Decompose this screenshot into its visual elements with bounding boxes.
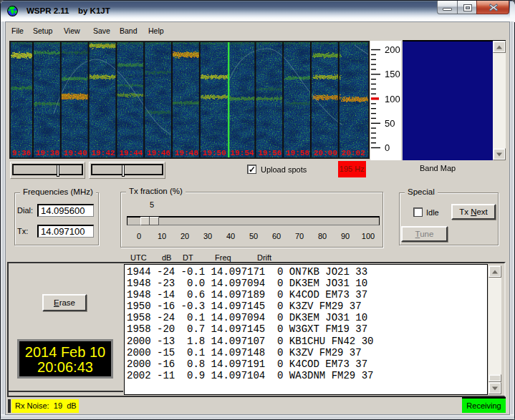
svg-text:19:40: 19:40 xyxy=(64,149,87,157)
svg-text:20:02: 20:02 xyxy=(342,149,365,157)
svg-text:9:36: 9:36 xyxy=(12,149,31,157)
svg-text:200: 200 xyxy=(385,44,400,55)
svg-text:150: 150 xyxy=(385,69,400,79)
svg-text:19:44: 19:44 xyxy=(119,149,143,157)
svg-text:19:38: 19:38 xyxy=(36,149,59,157)
svg-text:19:42: 19:42 xyxy=(92,149,115,157)
svg-text:19:46: 19:46 xyxy=(147,149,170,157)
svg-text:100: 100 xyxy=(385,94,400,104)
svg-text:0: 0 xyxy=(385,142,390,153)
svg-text:19:58: 19:58 xyxy=(286,149,309,157)
svg-text:50: 50 xyxy=(385,118,395,129)
svg-text:19:54: 19:54 xyxy=(231,149,254,157)
svg-text:20:00: 20:00 xyxy=(314,149,337,157)
svg-text:19:50: 19:50 xyxy=(203,149,226,157)
svg-text:19:56: 19:56 xyxy=(258,149,281,157)
svg-text:19:48: 19:48 xyxy=(175,149,198,157)
